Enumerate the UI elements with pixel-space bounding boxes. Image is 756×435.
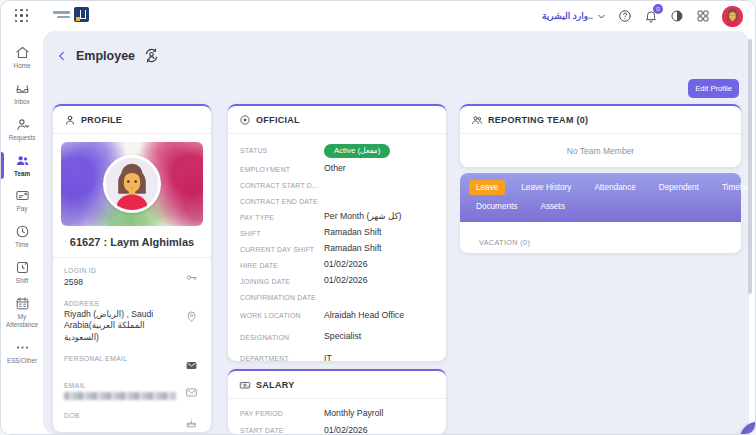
row-value: IT bbox=[324, 352, 332, 361]
tab-dependent[interactable]: Dependent bbox=[652, 180, 706, 195]
sidebar-item-home[interactable]: Home bbox=[1, 40, 43, 76]
row-label: EMPLOYMENT bbox=[240, 166, 324, 173]
edit-profile-button[interactable]: Edit Profile bbox=[688, 79, 739, 98]
field-label: LOGIN ID bbox=[64, 267, 178, 274]
official-row-status: STATUS Active (مفعل) bbox=[228, 140, 446, 161]
row-label: DESIGNATION bbox=[240, 334, 324, 341]
sidebar-item-pay[interactable]: Pay bbox=[1, 183, 43, 219]
official-row: PAY TYPEPer Month (كل شهر) bbox=[228, 209, 446, 225]
tab-assets[interactable]: Assets bbox=[533, 199, 572, 214]
profile-field-login-id: LOGIN ID 2598 bbox=[64, 261, 200, 294]
field-label: EMAIL bbox=[64, 382, 178, 389]
row-value: Ramadan Shift bbox=[324, 226, 381, 240]
page-title: Employee bbox=[76, 49, 135, 63]
employee-tabs: Leave Leave History Attendance Dependent… bbox=[460, 173, 741, 253]
profile-banner bbox=[61, 142, 203, 226]
notification-count-badge: 0 bbox=[653, 4, 663, 14]
employee-name: 61627 : Laym Alghimlas bbox=[53, 226, 211, 258]
row-label: DEPARTMENT bbox=[240, 355, 324, 361]
official-row: DESIGNATIONSpecialist bbox=[228, 327, 446, 349]
clock-icon bbox=[15, 224, 30, 239]
payment-card-icon bbox=[15, 188, 30, 203]
cake-icon bbox=[185, 416, 198, 429]
row-label: HIRE DATE bbox=[240, 262, 324, 269]
row-value: Alraidah Head Office bbox=[324, 309, 404, 323]
official-card: OFFICIAL STATUS Active (مفعل) EMPLOYMENT… bbox=[228, 104, 446, 361]
banknote-icon bbox=[239, 379, 251, 391]
sidebar-item-label: ESS/Other bbox=[7, 357, 37, 365]
profile-field-email: EMAIL bbox=[64, 376, 200, 406]
inbox-icon bbox=[15, 81, 30, 96]
theme-contrast-icon[interactable] bbox=[670, 9, 684, 23]
row-label: START DATE bbox=[240, 427, 324, 434]
row-value: Other bbox=[324, 162, 346, 176]
row-value: Per Month (كل شهر) bbox=[324, 210, 402, 224]
row-label: PAY TYPE bbox=[240, 214, 324, 221]
sidebar-item-label: Home bbox=[14, 62, 31, 70]
field-value: 2598 bbox=[64, 277, 178, 288]
brand-logo bbox=[53, 7, 89, 22]
official-row: HIRE DATE01/02/2026 bbox=[228, 257, 446, 273]
topbar: ..وارد البشرية 0 bbox=[1, 1, 755, 31]
back-button[interactable] bbox=[56, 50, 68, 62]
row-label: CURRENT DAY SHIFT bbox=[240, 246, 324, 253]
card-title: OFFICIAL bbox=[256, 115, 300, 125]
official-row: DEPARTMENTIT bbox=[228, 348, 446, 361]
tab-documents[interactable]: Documents bbox=[469, 199, 524, 214]
official-row: WORK LOCATIONAlraidah Head Office bbox=[228, 305, 446, 327]
row-label: WORK LOCATION bbox=[240, 312, 324, 319]
sidebar-item-inbox[interactable]: Inbox bbox=[1, 76, 43, 112]
row-label: CONTRACT END DATE bbox=[240, 198, 324, 205]
field-label: DOB bbox=[64, 412, 178, 419]
sidebar-item-ess-other[interactable]: ESS/Other bbox=[1, 335, 43, 371]
brand-mark-icon bbox=[74, 7, 89, 22]
profile-card: PROFILE 61627 : Laym Alghimlas LOGIN ID … bbox=[53, 104, 211, 432]
official-row: JOINING DATE01/02/2026 bbox=[228, 273, 446, 289]
empty-state-message: No Team Member bbox=[460, 134, 741, 156]
official-row: EMPLOYMENTOther bbox=[228, 161, 446, 177]
team-icon bbox=[15, 153, 30, 168]
workspace-selector[interactable]: ..وارد البشرية bbox=[542, 11, 606, 21]
sidebar-nav: Home Inbox Requests Team Pay Time Shift bbox=[1, 31, 43, 434]
envelope-icon bbox=[185, 386, 198, 399]
row-value: 01/02/2026 bbox=[324, 274, 367, 288]
card-title: REPORTING TEAM (0) bbox=[488, 115, 588, 125]
vacation-section-header[interactable]: VACATION (0) bbox=[479, 238, 530, 247]
sidebar-item-team[interactable]: Team bbox=[1, 148, 43, 184]
row-label: JOINING DATE bbox=[240, 278, 324, 285]
location-pin-icon bbox=[185, 310, 198, 323]
sidebar-item-requests[interactable]: Requests bbox=[1, 112, 43, 148]
sidebar-item-shift[interactable]: Shift bbox=[1, 255, 43, 291]
switch-employee-icon[interactable] bbox=[143, 47, 160, 64]
row-label: CONFIRMATION DATE bbox=[240, 294, 324, 301]
salary-row: START DATE01/02/2026 bbox=[228, 422, 446, 434]
sidebar-item-label: My Attendance bbox=[2, 313, 42, 329]
tab-leave-history[interactable]: Leave History bbox=[514, 180, 578, 195]
app-launcher-icon[interactable] bbox=[15, 9, 29, 23]
help-icon[interactable] bbox=[618, 9, 632, 23]
notifications-bell-icon[interactable]: 0 bbox=[644, 9, 658, 23]
tab-attendance[interactable]: Attendance bbox=[587, 180, 642, 195]
page-scrollbar[interactable] bbox=[748, 39, 752, 294]
row-label: STATUS bbox=[240, 147, 324, 154]
chatbot-fab[interactable] bbox=[740, 422, 756, 435]
row-label: SHIFT bbox=[240, 230, 324, 237]
apps-grid-icon[interactable] bbox=[696, 9, 710, 23]
redacted-email-value bbox=[64, 392, 176, 400]
attendance-calendar-icon bbox=[15, 296, 30, 311]
brand-text bbox=[53, 11, 70, 18]
mail-filled-icon bbox=[185, 359, 198, 372]
row-value: Ramadan Shift bbox=[324, 242, 381, 256]
row-label: CONTRACT START D... bbox=[240, 182, 324, 189]
person-request-icon bbox=[15, 117, 30, 132]
user-avatar[interactable] bbox=[722, 6, 743, 27]
sidebar-item-label: Shift bbox=[16, 277, 29, 285]
official-row: SHIFTRamadan Shift bbox=[228, 225, 446, 241]
card-title: SALARY bbox=[256, 380, 294, 390]
key-icon bbox=[185, 271, 198, 284]
sidebar-item-my-attendance[interactable]: My Attendance bbox=[1, 291, 43, 335]
sidebar-item-time[interactable]: Time bbox=[1, 219, 43, 255]
sidebar-item-label: Pay bbox=[17, 205, 28, 213]
official-row: CONTRACT START D... bbox=[228, 177, 446, 193]
tab-leave[interactable]: Leave bbox=[469, 180, 505, 195]
